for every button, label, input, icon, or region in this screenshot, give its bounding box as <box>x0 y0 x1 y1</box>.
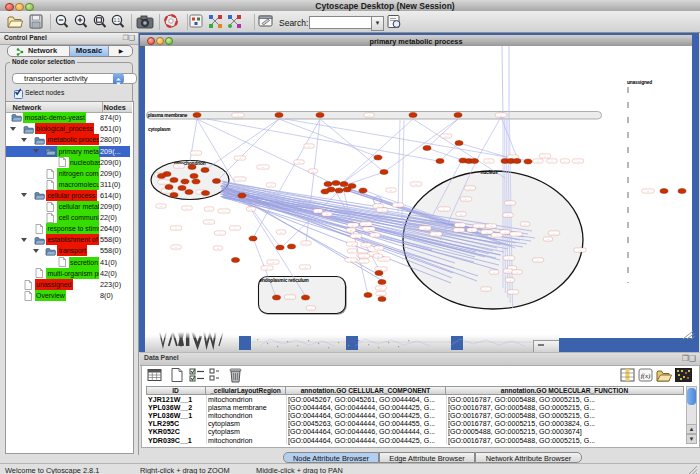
svg-text:...: ... <box>547 238 549 241</box>
svg-text:...: ... <box>262 166 264 169</box>
svg-text:...: ... <box>219 232 221 235</box>
svg-text:...: ... <box>647 190 649 193</box>
svg-text:...: ... <box>223 210 225 213</box>
svg-text:...: ... <box>496 234 498 237</box>
svg-text:...: ... <box>195 152 197 155</box>
svg-text:...: ... <box>577 160 579 163</box>
svg-text:...: ... <box>515 233 517 236</box>
svg-text:...: ... <box>390 189 392 192</box>
svg-text:...: ... <box>363 260 365 263</box>
svg-text:...: ... <box>415 183 417 186</box>
svg-text:...: ... <box>175 246 177 249</box>
svg-text:...: ... <box>163 181 165 184</box>
svg-text:nucleus: nucleus <box>481 170 499 175</box>
svg-text:...: ... <box>266 267 268 270</box>
svg-text:...: ... <box>443 208 445 211</box>
svg-text:...: ... <box>544 155 546 158</box>
svg-text:...: ... <box>500 114 502 117</box>
svg-text:...: ... <box>488 160 490 163</box>
svg-text:...: ... <box>579 249 581 252</box>
svg-text:...: ... <box>368 228 370 231</box>
svg-text:...: ... <box>178 165 180 168</box>
svg-text:f(x): f(x) <box>641 372 651 380</box>
svg-text:...: ... <box>485 288 487 291</box>
svg-text:...: ... <box>310 307 312 310</box>
svg-text:...: ... <box>239 157 241 160</box>
svg-text:...: ... <box>471 229 473 232</box>
svg-text:...: ... <box>465 198 467 201</box>
svg-text:...: ... <box>305 242 307 245</box>
svg-text:unassigned: unassigned <box>627 80 652 85</box>
svg-text:...: ... <box>365 244 367 247</box>
svg-text:...: ... <box>551 160 553 163</box>
svg-text:...: ... <box>270 184 272 187</box>
svg-text:...: ... <box>490 225 492 228</box>
svg-text:plasma membrane: plasma membrane <box>148 113 188 118</box>
svg-text:...: ... <box>160 205 162 208</box>
svg-text:...: ... <box>317 210 319 213</box>
svg-text:1:1: 1:1 <box>114 18 121 23</box>
svg-text:...: ... <box>239 178 241 181</box>
svg-text:...: ... <box>553 232 555 235</box>
svg-text:...: ... <box>355 235 357 238</box>
svg-text:...: ... <box>272 261 274 264</box>
svg-text:...: ... <box>217 247 219 250</box>
svg-text:...: ... <box>524 223 526 226</box>
svg-text:...: ... <box>351 250 353 253</box>
svg-text:...: ... <box>460 213 462 216</box>
svg-text:...: ... <box>350 259 352 262</box>
svg-text:...: ... <box>516 271 518 274</box>
svg-text:...: ... <box>509 202 511 205</box>
svg-text:...: ... <box>166 190 168 193</box>
svg-text:...: ... <box>308 145 310 148</box>
svg-text:...: ... <box>508 257 510 260</box>
svg-text:...: ... <box>424 227 426 230</box>
svg-text:...: ... <box>512 291 514 294</box>
svg-text:endoplasmic reticulum: endoplasmic reticulum <box>260 278 309 283</box>
svg-text:...: ... <box>381 209 383 212</box>
svg-text:...: ... <box>458 229 460 232</box>
svg-text:...: ... <box>365 223 367 226</box>
svg-text:...: ... <box>374 234 376 237</box>
svg-text:...: ... <box>298 161 300 164</box>
svg-text:...: ... <box>326 213 328 216</box>
svg-text:...: ... <box>564 160 566 163</box>
svg-text:...: ... <box>383 258 385 261</box>
svg-text:...: ... <box>237 114 239 117</box>
svg-text:...: ... <box>186 207 188 210</box>
svg-text:...: ... <box>352 224 354 227</box>
svg-text:...: ... <box>368 114 370 117</box>
svg-text:...: ... <box>478 225 480 228</box>
svg-text:...: ... <box>378 247 380 250</box>
svg-text:...: ... <box>280 231 282 234</box>
svg-text:...: ... <box>208 208 210 211</box>
svg-text:...: ... <box>351 243 353 246</box>
svg-text:...: ... <box>486 231 488 234</box>
svg-text:...: ... <box>175 227 177 230</box>
svg-text:...: ... <box>289 296 291 299</box>
svg-text:...: ... <box>537 259 539 262</box>
svg-text:...: ... <box>507 270 509 273</box>
svg-text:...: ... <box>380 287 382 290</box>
svg-text:...: ... <box>304 266 306 269</box>
svg-text:...: ... <box>312 170 314 173</box>
svg-text:cytoplasm: cytoplasm <box>148 127 170 132</box>
svg-text:...: ... <box>435 233 437 236</box>
svg-text:...: ... <box>537 160 539 163</box>
svg-text:...: ... <box>377 255 379 258</box>
svg-text:...: ... <box>459 224 461 227</box>
svg-text:...: ... <box>504 231 506 234</box>
svg-text:...: ... <box>445 135 447 138</box>
svg-text:...: ... <box>234 227 236 230</box>
svg-text:...: ... <box>469 187 471 190</box>
svg-text:...: ... <box>250 208 252 211</box>
svg-text:...: ... <box>363 255 365 258</box>
svg-text:...: ... <box>350 229 352 232</box>
svg-text:...: ... <box>507 214 509 217</box>
svg-text:...: ... <box>509 279 511 282</box>
svg-text:...: ... <box>397 204 399 207</box>
svg-text:...: ... <box>493 271 495 274</box>
svg-text:...: ... <box>208 221 210 224</box>
svg-text:...: ... <box>380 293 382 296</box>
